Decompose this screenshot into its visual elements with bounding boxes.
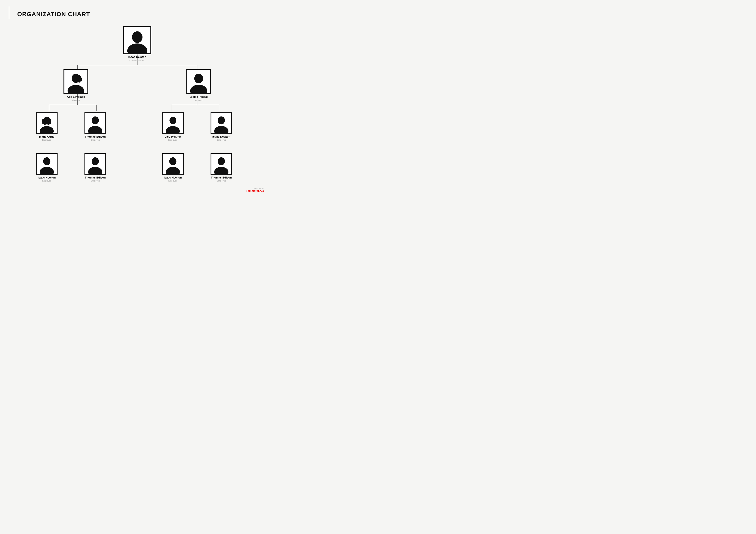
avatar-emp5 [36,153,58,175]
role-emp3: Employee [165,139,181,141]
svg-point-16 [194,74,203,83]
avatar-icon-ceo [124,27,150,53]
avatar-icon-emp4 [211,113,231,133]
node-emp3: Lise Meitner Employee [162,113,184,141]
name-emp5: Isaac Newton [38,176,56,179]
role-ceo: CEO & President [128,59,146,62]
avatar-icon-manager2 [187,70,210,93]
label-emp7: Isaac Newton Employee [164,176,182,182]
node-emp6: Thomas Edison Employee [85,153,106,182]
avatar-icon-manager1 [65,70,88,93]
svg-point-28 [92,157,99,165]
avatar-icon-emp2 [85,113,105,133]
role-emp5: Employee [38,180,56,182]
node-emp7: Isaac Newton Employee [162,153,184,182]
svg-point-24 [218,116,225,124]
watermark-created-by: CREATED BY [246,188,264,189]
label-ceo: Isaac Newton CEO & President [128,55,146,62]
avatar-icon-emp1 [37,113,57,133]
svg-point-32 [218,157,225,165]
node-emp1: Marie Curie Employee [36,113,58,141]
role-emp8: Employee [211,180,232,182]
name-emp6: Thomas Edison [85,176,106,179]
watermark-brand: TemplateLAB [246,190,264,192]
avatar-manager1 [64,69,88,94]
label-emp6: Thomas Edison Employee [85,176,106,182]
role-emp6: Employee [85,180,106,182]
label-emp8: Thomas Edison Employee [211,176,232,182]
avatar-emp8 [210,153,232,175]
node-emp5: Isaac Newton Employee [36,153,58,182]
role-manager1: Manager [67,99,85,101]
node-manager2: Blaise Pascal Manager [186,69,211,101]
name-emp1: Marie Curie [39,135,55,139]
name-manager2: Blaise Pascal [190,95,207,99]
role-emp7: Employee [164,180,182,182]
svg-point-15 [68,85,84,93]
name-manager1: Ada Lovelace [67,95,85,99]
name-emp8: Thomas Edison [211,176,232,179]
avatar-emp7 [162,153,184,175]
name-ceo: Isaac Newton [128,55,146,59]
left-border-accent [9,7,9,19]
avatar-ceo [123,26,151,54]
watermark-brand-text: TemplateLAB [246,189,264,192]
org-chart: Isaac Newton CEO & President Ada Lo [14,24,260,188]
role-emp1: Employee [39,139,55,141]
svg-point-27 [40,167,54,174]
svg-point-19 [40,126,54,133]
svg-point-30 [169,157,176,165]
avatar-emp1 [36,113,58,134]
node-emp8: Thomas Edison Employee [210,153,232,182]
name-emp3: Lise Meitner [165,135,181,139]
svg-point-31 [166,167,180,174]
avatar-emp6 [85,153,106,175]
watermark: CREATED BY TemplateLAB [246,188,264,192]
label-manager2: Blaise Pascal Manager [190,95,207,101]
svg-point-13 [127,43,148,53]
svg-point-17 [190,85,207,93]
svg-point-29 [88,167,102,174]
svg-point-21 [88,126,102,133]
node-emp4: Isaac Newton Employee [210,113,232,141]
svg-point-25 [214,126,229,133]
avatar-icon-emp3 [163,113,183,133]
avatar-icon-emp5 [37,154,57,174]
name-emp4: Isaac Newton [212,135,230,139]
avatar-icon-emp8 [211,154,231,174]
label-emp3: Lise Meitner Employee [165,135,181,141]
avatar-icon-emp7 [163,154,183,174]
svg-point-12 [132,32,143,43]
label-emp4: Isaac Newton Employee [212,135,230,141]
name-emp2: Thomas Edison [85,135,106,139]
label-emp5: Isaac Newton Employee [38,176,56,182]
svg-point-23 [166,126,180,133]
avatar-emp2 [85,113,106,134]
svg-point-20 [92,116,99,124]
avatar-emp3 [162,113,184,134]
svg-point-22 [169,117,176,124]
role-emp2: Employee [85,139,106,141]
label-emp1: Marie Curie Employee [39,135,55,141]
svg-point-26 [43,157,50,165]
role-manager2: Manager [190,99,207,101]
avatar-icon-emp6 [85,154,105,174]
avatar-emp4 [210,113,232,134]
node-manager1: Ada Lovelace Manager [64,69,88,101]
node-emp2: Thomas Edison Employee [85,113,106,141]
page: ORGANIZATION CHART [0,0,270,196]
avatar-manager2 [186,69,211,94]
svg-point-33 [214,167,229,174]
page-title: ORGANIZATION CHART [17,11,262,18]
node-ceo: Isaac Newton CEO & President [123,26,151,62]
label-emp2: Thomas Edison Employee [85,135,106,141]
name-emp7: Isaac Newton [164,176,182,179]
role-emp4: Employee [212,139,230,141]
label-manager1: Ada Lovelace Manager [67,95,85,101]
nodes-layer: Isaac Newton CEO & President Ada Lo [14,24,260,188]
